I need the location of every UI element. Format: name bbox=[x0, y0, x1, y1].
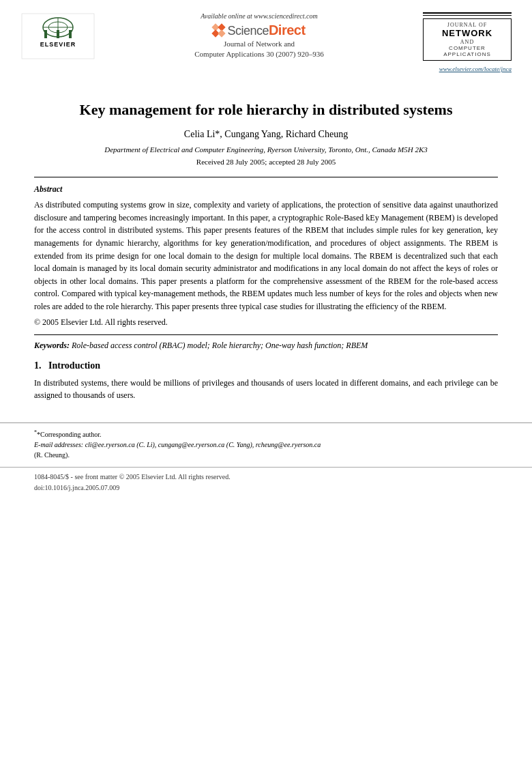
main-content: Key management for role hierarchy in dis… bbox=[0, 79, 532, 416]
svg-rect-5 bbox=[44, 30, 47, 38]
abstract-section: Abstract As distributed computing system… bbox=[34, 184, 498, 327]
sd-icon bbox=[213, 25, 224, 36]
header-right: Journal of NETWORK and COMPUTER APPLICAT… bbox=[416, 12, 512, 72]
footnote-emails: E-mail addresses: cli@ee.ryerson.ca (C. … bbox=[34, 440, 498, 450]
journal-box-and: and bbox=[428, 39, 507, 45]
header-lines bbox=[416, 12, 512, 16]
abstract-divider-top bbox=[34, 177, 498, 177]
email3: rcheung@ee.ryerson.ca bbox=[256, 441, 321, 448]
header: ELSEVIER Available online at www.science… bbox=[0, 0, 532, 79]
svg-rect-7 bbox=[69, 30, 72, 38]
sciencedirect-text: ScienceDirect bbox=[227, 21, 305, 39]
available-online-text: Available online at www.sciencedirect.co… bbox=[201, 12, 317, 20]
footnote-corresponding: **Corresponding author. bbox=[34, 429, 498, 440]
elsevier-logo: ELSEVIER bbox=[20, 12, 95, 60]
header-line-2 bbox=[423, 15, 512, 16]
footnote-cheung: (R. Cheung). bbox=[34, 450, 498, 460]
journal-box-prefix: Journal of bbox=[428, 22, 507, 28]
header-line-1 bbox=[423, 12, 512, 14]
affiliation: Department of Electrical and Computer En… bbox=[34, 145, 498, 154]
email-label: E-mail addresses: bbox=[34, 441, 83, 448]
elsevier-logo-area: ELSEVIER bbox=[20, 12, 102, 60]
journal-name: Journal of Network and Computer Applicat… bbox=[194, 39, 323, 60]
abstract-label: Abstract bbox=[34, 184, 498, 195]
received-date: Received 28 July 2005; accepted 28 July … bbox=[34, 158, 498, 166]
section1-number: 1. bbox=[34, 360, 42, 371]
keywords-label: Keywords: bbox=[34, 341, 70, 350]
header-center: Available online at www.sciencedirect.co… bbox=[102, 12, 416, 60]
journal-box: Journal of NETWORK and COMPUTER APPLICAT… bbox=[423, 18, 512, 61]
section1-heading: Introduction bbox=[48, 360, 100, 371]
copyright: © 2005 Elsevier Ltd. All rights reserved… bbox=[34, 317, 498, 328]
svg-text:ELSEVIER: ELSEVIER bbox=[40, 41, 76, 48]
keywords: Keywords: Role-based access control (RBA… bbox=[34, 341, 498, 351]
email4: (R. Cheung). bbox=[34, 451, 70, 459]
paper-title: Key management for role hierarchy in dis… bbox=[34, 100, 498, 120]
footer-doi: doi:10.1016/j.jnca.2005.07.009 bbox=[34, 483, 498, 493]
elsevier-url[interactable]: www.elsevier.com/locate/jnca bbox=[439, 66, 512, 72]
keywords-text: Role-based access control (RBAC) model; … bbox=[72, 341, 368, 350]
footer-bottom: 1084-8045/$ - see front matter © 2005 El… bbox=[0, 467, 532, 498]
page: ELSEVIER Available online at www.science… bbox=[0, 0, 532, 774]
email2: cungang@ee.ryerson.ca (C. Yang), bbox=[158, 441, 254, 448]
sd-diamond-4 bbox=[218, 29, 226, 37]
journal-box-line2: COMPUTER bbox=[428, 45, 507, 51]
journal-box-line1: NETWORK bbox=[428, 28, 507, 39]
section1-title: 1. Introduction bbox=[34, 360, 498, 371]
footnotes-area: **Corresponding author. E-mail addresses… bbox=[0, 422, 532, 467]
footer-issn: 1084-8045/$ - see front matter © 2005 El… bbox=[34, 472, 498, 483]
authors: Celia Li*, Cungang Yang, Richard Cheung bbox=[34, 129, 498, 140]
email1: cli@ee.ryerson.ca (C. Li), bbox=[85, 441, 157, 448]
section1-text: In distributed systems, there would be m… bbox=[34, 377, 498, 402]
svg-rect-6 bbox=[57, 30, 59, 38]
abstract-divider-bottom bbox=[34, 334, 498, 335]
abstract-text: As distributed computing systems grow in… bbox=[34, 199, 498, 313]
sciencedirect-logo: ScienceDirect bbox=[213, 21, 305, 39]
journal-box-line3: APPLICATIONS bbox=[428, 51, 507, 57]
